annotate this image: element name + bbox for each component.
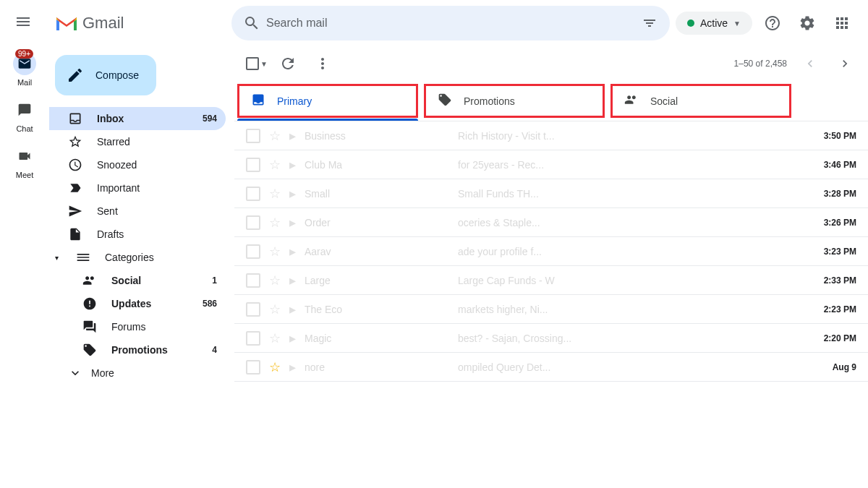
- sidebar-updates[interactable]: Updates 586: [49, 292, 226, 315]
- email-row[interactable]: ☆ ▸ Large Large Cap Funds - W 2:33 PM: [234, 266, 868, 295]
- row-checkbox[interactable]: [246, 215, 260, 230]
- select-all[interactable]: ▼: [246, 57, 268, 70]
- important-toggle[interactable]: ▸: [289, 359, 296, 375]
- email-row[interactable]: ☆ ▸ Order oceries & Staple... 3:26 PM: [234, 208, 868, 237]
- sidebar-important[interactable]: Important: [49, 176, 226, 200]
- tab-promotions[interactable]: Promotions: [424, 84, 605, 118]
- row-checkbox[interactable]: [246, 331, 260, 346]
- email-sender: Order: [305, 217, 449, 228]
- row-checkbox[interactable]: [246, 129, 260, 143]
- email-row[interactable]: ☆ ▸ The Eco markets higher, Ni... 2:23 P…: [234, 295, 868, 324]
- sidebar-more[interactable]: More: [49, 361, 226, 385]
- email-row[interactable]: ☆ ▸ Business Rich History - Visit t... 3…: [234, 121, 868, 150]
- next-page-button[interactable]: [833, 52, 856, 75]
- search-bar[interactable]: [231, 6, 670, 40]
- email-subject: ade your profile f...: [458, 246, 804, 257]
- sidebar-more-label: More: [91, 367, 114, 379]
- menu-icon: [14, 13, 32, 33]
- important-toggle[interactable]: ▸: [289, 244, 296, 260]
- email-time: 3:50 PM: [813, 131, 856, 141]
- chevron-down-icon: [68, 366, 82, 380]
- star-toggle[interactable]: ☆: [269, 359, 281, 375]
- email-sender: Club Ma: [305, 159, 449, 171]
- sidebar-social[interactable]: Social 1: [49, 269, 226, 292]
- row-checkbox[interactable]: [246, 302, 260, 317]
- checkbox-icon: [246, 57, 259, 70]
- email-row[interactable]: ☆ ▸ Magic best? - Sajan, Crossing... 2:2…: [234, 324, 868, 353]
- pagination: 1–50 of 2,458: [734, 52, 856, 75]
- star-toggle[interactable]: ☆: [269, 330, 281, 346]
- mini-nav-mail-label: Mail: [17, 78, 32, 87]
- sidebar-sent[interactable]: Sent: [49, 200, 226, 223]
- compose-button[interactable]: Compose: [55, 55, 156, 95]
- star-toggle[interactable]: ☆: [269, 244, 281, 260]
- star-toggle[interactable]: ☆: [269, 301, 281, 317]
- chevron-down-icon: ▼: [733, 20, 741, 27]
- important-toggle[interactable]: ▸: [289, 186, 296, 202]
- search-input[interactable]: [266, 17, 635, 30]
- email-list[interactable]: ☆ ▸ Business Rich History - Visit t... 3…: [234, 121, 868, 488]
- sidebar-inbox[interactable]: Inbox 594: [49, 107, 226, 130]
- row-checkbox[interactable]: [246, 244, 260, 259]
- sidebar-forums[interactable]: Forums: [49, 315, 226, 338]
- status-label: Active: [700, 17, 728, 29]
- important-toggle[interactable]: ▸: [289, 157, 296, 173]
- row-checkbox[interactable]: [246, 187, 260, 201]
- sidebar-starred[interactable]: Starred: [49, 130, 226, 153]
- important-toggle[interactable]: ▸: [289, 215, 296, 231]
- main-menu-button[interactable]: [6, 6, 41, 40]
- status-indicator[interactable]: Active ▼: [676, 12, 752, 35]
- promotions-tag-icon: [82, 343, 97, 357]
- important-toggle[interactable]: ▸: [289, 128, 296, 144]
- compose-label: Compose: [95, 69, 139, 81]
- sidebar-inbox-label: Inbox: [97, 113, 124, 124]
- email-row[interactable]: ☆ ▸ Club Ma for 25years - Rec... 3:46 PM: [234, 150, 868, 179]
- updates-icon: [82, 296, 97, 311]
- prev-page-button[interactable]: [799, 52, 822, 75]
- search-button[interactable]: [237, 9, 266, 38]
- important-toggle[interactable]: ▸: [289, 330, 296, 346]
- mini-nav-mail[interactable]: 99+ Mail: [13, 52, 36, 87]
- important-toggle[interactable]: ▸: [289, 301, 296, 317]
- row-checkbox[interactable]: [246, 273, 260, 288]
- primary-tab-icon: [251, 93, 265, 109]
- sidebar-promotions[interactable]: Promotions 4: [49, 338, 226, 361]
- status-dot-icon: [687, 20, 694, 27]
- sidebar-social-count: 1: [212, 275, 217, 286]
- logo-area[interactable]: Gmail: [46, 9, 218, 38]
- more-options-button[interactable]: [308, 49, 337, 78]
- email-time: 2:23 PM: [813, 304, 856, 314]
- sidebar-snoozed[interactable]: Snoozed: [49, 153, 226, 176]
- help-button[interactable]: [758, 9, 787, 38]
- star-toggle[interactable]: ☆: [269, 186, 281, 202]
- sidebar-drafts[interactable]: Drafts: [49, 223, 226, 246]
- mini-nav-chat[interactable]: Chat: [13, 98, 36, 133]
- row-checkbox[interactable]: [246, 158, 260, 172]
- email-row[interactable]: ☆ ▸ nore ompiled Query Det... Aug 9: [234, 353, 868, 382]
- search-filter-button[interactable]: [635, 9, 664, 38]
- sidebar-snoozed-label: Snoozed: [97, 159, 137, 171]
- settings-button[interactable]: [793, 9, 822, 38]
- refresh-button[interactable]: [273, 49, 302, 78]
- email-row[interactable]: ☆ ▸ Aarav ade your profile f... 3:23 PM: [234, 237, 868, 266]
- email-subject: oceries & Staple...: [458, 217, 804, 228]
- mini-nav-meet[interactable]: Meet: [13, 145, 36, 179]
- email-time: 3:26 PM: [813, 218, 856, 228]
- email-subject: Large Cap Funds - W: [458, 275, 804, 286]
- drafts-icon: [68, 227, 82, 241]
- social-icon: [82, 273, 97, 288]
- apps-button[interactable]: [827, 9, 856, 38]
- email-row[interactable]: ☆ ▸ Small Small Funds TH... 3:28 PM: [234, 179, 868, 208]
- tab-primary[interactable]: Primary: [237, 84, 418, 118]
- sidebar-categories[interactable]: ▾ Categories: [49, 246, 226, 269]
- logo-text: Gmail: [82, 14, 124, 33]
- star-toggle[interactable]: ☆: [269, 157, 281, 173]
- email-sender: The Eco: [305, 304, 449, 315]
- star-toggle[interactable]: ☆: [269, 273, 281, 288]
- star-toggle[interactable]: ☆: [269, 215, 281, 231]
- tab-social[interactable]: Social: [610, 84, 791, 118]
- sidebar-starred-label: Starred: [97, 136, 130, 147]
- important-toggle[interactable]: ▸: [289, 273, 296, 288]
- row-checkbox[interactable]: [246, 360, 260, 374]
- star-toggle[interactable]: ☆: [269, 128, 281, 144]
